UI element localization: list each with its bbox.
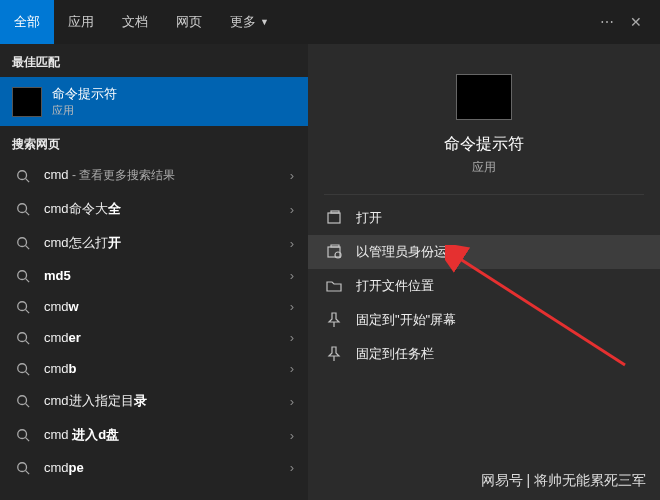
chevron-right-icon: ›: [290, 330, 294, 345]
search-item-6[interactable]: cmdb›: [0, 353, 308, 384]
chevron-right-icon: ›: [290, 299, 294, 314]
open-icon: [326, 210, 342, 226]
svg-line-11: [26, 340, 30, 344]
search-item-2[interactable]: cmd怎么打开›: [0, 226, 308, 260]
svg-point-4: [18, 238, 27, 247]
tab-more[interactable]: 更多 ▼: [216, 0, 283, 44]
svg-line-15: [26, 404, 30, 408]
search-text: md5: [44, 268, 284, 283]
svg-line-9: [26, 309, 30, 313]
search-item-4[interactable]: cmdw›: [0, 291, 308, 322]
chevron-right-icon: ›: [290, 168, 294, 183]
divider: [324, 194, 644, 195]
search-text: cmd - 查看更多搜索结果: [44, 167, 284, 184]
action-admin[interactable]: 以管理员身份运行: [308, 235, 660, 269]
svg-point-0: [18, 170, 27, 179]
admin-icon: [326, 244, 342, 260]
svg-point-12: [18, 363, 27, 372]
svg-point-18: [18, 462, 27, 471]
action-folder[interactable]: 打开文件位置: [308, 269, 660, 303]
search-icon: [16, 236, 30, 250]
tab-all[interactable]: 全部: [0, 0, 54, 44]
search-icon: [16, 461, 30, 475]
right-panel: 命令提示符 应用 打开以管理员身份运行打开文件位置固定到"开始"屏幕固定到任务栏: [308, 44, 660, 500]
svg-line-13: [26, 371, 30, 375]
chevron-right-icon: ›: [290, 236, 294, 251]
chevron-down-icon: ▼: [260, 17, 269, 27]
search-text: cmd怎么打开: [44, 234, 284, 252]
folder-icon: [326, 278, 342, 294]
search-item-8[interactable]: cmd 进入d盘›: [0, 418, 308, 452]
tabs: 全部 应用 文档 网页 更多 ▼: [0, 0, 600, 44]
svg-line-17: [26, 438, 30, 442]
search-item-1[interactable]: cmd命令大全›: [0, 192, 308, 226]
svg-point-2: [18, 204, 27, 213]
search-text: cmd进入指定目录: [44, 392, 284, 410]
svg-point-14: [18, 396, 27, 405]
search-icon: [16, 331, 30, 345]
svg-line-19: [26, 470, 30, 474]
action-label: 打开: [356, 209, 382, 227]
svg-line-1: [26, 178, 30, 182]
search-icon: [16, 202, 30, 216]
tab-apps[interactable]: 应用: [54, 0, 108, 44]
best-match-title: 命令提示符: [52, 85, 296, 103]
detail-cmd-icon: [456, 74, 512, 120]
search-icon: [16, 362, 30, 376]
svg-rect-21: [331, 211, 339, 213]
main: 最佳匹配 命令提示符 应用 搜索网页 cmd - 查看更多搜索结果›cmd命令大…: [0, 44, 660, 500]
search-icon: [16, 169, 30, 183]
search-item-7[interactable]: cmd进入指定目录›: [0, 384, 308, 418]
svg-line-3: [26, 212, 30, 216]
svg-line-7: [26, 278, 30, 282]
chevron-right-icon: ›: [290, 268, 294, 283]
svg-point-10: [18, 332, 27, 341]
left-panel: 最佳匹配 命令提示符 应用 搜索网页 cmd - 查看更多搜索结果›cmd命令大…: [0, 44, 308, 500]
chevron-right-icon: ›: [290, 361, 294, 376]
chevron-right-icon: ›: [290, 460, 294, 475]
tab-web[interactable]: 网页: [162, 0, 216, 44]
search-item-0[interactable]: cmd - 查看更多搜索结果›: [0, 159, 308, 192]
section-best-match: 最佳匹配: [0, 44, 308, 77]
search-text: cmder: [44, 330, 284, 345]
svg-line-5: [26, 246, 30, 250]
search-icon: [16, 428, 30, 442]
tab-docs[interactable]: 文档: [108, 0, 162, 44]
section-search-web: 搜索网页: [0, 126, 308, 159]
detail-icon-wrap: [308, 74, 660, 120]
search-text: cmd命令大全: [44, 200, 284, 218]
detail-title: 命令提示符: [308, 134, 660, 155]
search-text: cmdb: [44, 361, 284, 376]
svg-rect-20: [328, 213, 340, 223]
chevron-right-icon: ›: [290, 394, 294, 409]
search-icon: [16, 300, 30, 314]
header-icons: ⋯ ✕: [600, 14, 652, 30]
svg-point-8: [18, 301, 27, 310]
svg-point-16: [18, 430, 27, 439]
watermark: 网易号 | 将帅无能累死三军: [481, 472, 646, 490]
chevron-right-icon: ›: [290, 428, 294, 443]
search-text: cmd 进入d盘: [44, 426, 284, 444]
best-match-item[interactable]: 命令提示符 应用: [0, 77, 308, 126]
action-pin-start[interactable]: 固定到"开始"屏幕: [308, 303, 660, 337]
action-open[interactable]: 打开: [308, 201, 660, 235]
action-label: 固定到任务栏: [356, 345, 434, 363]
action-label: 以管理员身份运行: [356, 243, 460, 261]
close-icon[interactable]: ✕: [630, 14, 642, 30]
action-label: 打开文件位置: [356, 277, 434, 295]
search-item-9[interactable]: cmdpe›: [0, 452, 308, 483]
search-icon: [16, 394, 30, 408]
cmd-icon: [12, 87, 42, 117]
search-icon: [16, 269, 30, 283]
search-text: cmdpe: [44, 460, 284, 475]
action-label: 固定到"开始"屏幕: [356, 311, 456, 329]
action-pin-taskbar[interactable]: 固定到任务栏: [308, 337, 660, 371]
chevron-right-icon: ›: [290, 202, 294, 217]
search-item-3[interactable]: md5›: [0, 260, 308, 291]
header: 全部 应用 文档 网页 更多 ▼ ⋯ ✕: [0, 0, 660, 44]
more-icon[interactable]: ⋯: [600, 14, 614, 30]
pin-taskbar-icon: [326, 346, 342, 362]
pin-start-icon: [326, 312, 342, 328]
search-item-5[interactable]: cmder›: [0, 322, 308, 353]
detail-subtitle: 应用: [308, 159, 660, 176]
